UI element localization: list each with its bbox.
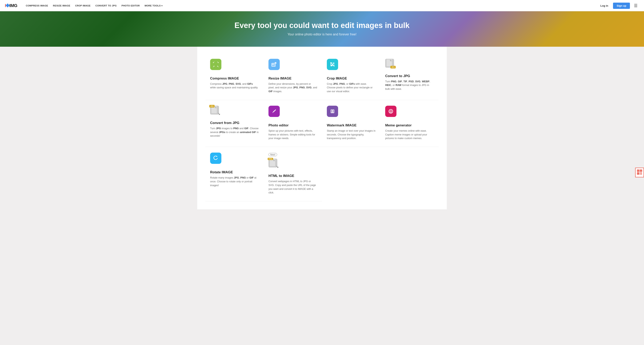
logo-diamond bbox=[6, 4, 10, 8]
watermark-title: Watermark IMAGE bbox=[327, 124, 376, 128]
nav-compress[interactable]: COMPRESS IMAGE bbox=[24, 3, 50, 8]
compress-arrows-grid: ↙ ↘ ↗ ↖ bbox=[212, 60, 220, 68]
watermark-desc: Stamp an image or text over your images … bbox=[327, 129, 376, 140]
tool-card-compress[interactable]: ↙ ↘ ↗ ↖ Compress IMAGE Compress JPG, PNG… bbox=[205, 53, 264, 100]
tool-card-resize[interactable]: Resize IMAGE Define your dimensions, by … bbox=[264, 53, 322, 100]
convert-arrow-icon: ↘ bbox=[218, 112, 220, 116]
svg-point-10 bbox=[332, 110, 333, 112]
crop-icon bbox=[327, 59, 338, 70]
resize-desc: Define your dimensions, by percent or pi… bbox=[268, 82, 317, 94]
html-to-image-title: HTML to IMAGE bbox=[268, 174, 317, 178]
svg-point-13 bbox=[390, 110, 391, 111]
signup-button[interactable]: Sign up bbox=[613, 2, 630, 9]
tool-card-watermark[interactable]: Watermark IMAGE Stamp an image or text o… bbox=[322, 100, 380, 147]
tools-grid: ↙ ↘ ↗ ↖ Compress IMAGE Compress JPG, PNG… bbox=[205, 53, 439, 202]
meme-title: Meme generator bbox=[385, 124, 434, 128]
hamburger-menu-button[interactable]: ☰ bbox=[632, 2, 639, 9]
arrow-br: ↖ bbox=[216, 65, 220, 68]
qr-float-button[interactable] bbox=[635, 168, 644, 177]
crop-icon-wrap bbox=[327, 59, 338, 73]
arrow-tr: ↘ bbox=[216, 60, 220, 64]
nav-crop[interactable]: CROP IMAGE bbox=[73, 3, 92, 8]
svg-point-8 bbox=[275, 110, 276, 110]
resize-icon bbox=[268, 59, 280, 70]
compress-title: Compress IMAGE bbox=[210, 76, 259, 80]
photo-editor-desc: Spice up your pictures with text, effect… bbox=[268, 129, 317, 140]
crop-desc: Crop JPG, PNG, or GIFs with ease. Choose… bbox=[327, 82, 376, 94]
convert-from-jpg-desc: Turn JPG images to PNG and GIF. Choose s… bbox=[210, 126, 259, 138]
nav-links: COMPRESS IMAGE RESIZE IMAGE CROP IMAGE C… bbox=[24, 3, 598, 8]
tool-card-convert-from-jpg[interactable]: JPG ↘ Convert from JPG Turn JPG images t… bbox=[205, 100, 264, 147]
hero-subtitle: Your online photo editor is here and for… bbox=[4, 32, 640, 36]
photo-editor-title: Photo editor bbox=[268, 124, 317, 128]
jpg-badge: JPG bbox=[390, 66, 396, 68]
resize-title: Resize IMAGE bbox=[268, 76, 317, 80]
hero-section: Every tool you could want to edit images… bbox=[0, 11, 644, 47]
tool-card-crop[interactable]: Crop IMAGE Crop JPG, PNG, or GIFs with e… bbox=[322, 53, 380, 100]
logo[interactable]: I IMG bbox=[5, 3, 17, 8]
tool-card-meme[interactable]: Meme generator Create your memes online … bbox=[380, 100, 439, 147]
tool-card-photo-editor[interactable]: Photo editor Spice up your pictures with… bbox=[264, 100, 322, 147]
svg-rect-19 bbox=[640, 170, 642, 171]
tool-card-html-to-image[interactable]: New! HTML ↘ HTML to IMAGE Convert webpag… bbox=[264, 147, 322, 201]
login-button[interactable]: Log in bbox=[598, 3, 610, 8]
rotate-title: Rotate IMAGE bbox=[210, 170, 259, 174]
watermark-svg bbox=[329, 108, 336, 114]
navbar: I IMG COMPRESS IMAGE RESIZE IMAGE CROP I… bbox=[0, 0, 644, 11]
rotate-desc: Rotate many images JPG, PNG or GIF at on… bbox=[210, 176, 259, 187]
svg-rect-15 bbox=[270, 159, 275, 166]
arrow-tl: ↙ bbox=[212, 60, 215, 64]
photo-editor-icon bbox=[268, 106, 280, 117]
tool-card-rotate[interactable]: Rotate IMAGE Rotate many images JPG, PNG… bbox=[205, 147, 264, 201]
crop-title: Crop IMAGE bbox=[327, 76, 376, 80]
convert-jpg-icon-wrap: JPG bbox=[385, 59, 394, 71]
hero-title: Every tool you could want to edit images… bbox=[4, 21, 640, 30]
meme-icon bbox=[385, 106, 396, 117]
html-to-image-desc: Convert webpages in HTML to JPG or SVG. … bbox=[268, 180, 317, 195]
meme-svg bbox=[388, 108, 394, 114]
rotate-icon bbox=[210, 152, 222, 164]
convert-jpg-title: Convert to JPG bbox=[385, 74, 434, 78]
svg-rect-23 bbox=[641, 172, 642, 173]
svg-point-14 bbox=[391, 110, 392, 111]
tool-card-convert-jpg[interactable]: JPG Convert to JPG Turn PNG, GIF, TIF, P… bbox=[380, 53, 439, 100]
new-badge: New! bbox=[268, 153, 277, 156]
qr-icon bbox=[637, 169, 642, 175]
rotate-svg bbox=[212, 155, 219, 162]
nav-convert-jpg[interactable]: CONVERT TO JPG bbox=[94, 3, 119, 8]
logo-img-text: IMG bbox=[9, 3, 17, 8]
watermark-icon bbox=[327, 106, 338, 117]
nav-right: Log in Sign up ☰ bbox=[598, 2, 639, 9]
convert-jpg-desc: Turn PNG, GIF, TIF, PSD, SVG, WEBP, HEIC… bbox=[385, 80, 434, 91]
tools-section: ↙ ↘ ↗ ↖ Compress IMAGE Compress JPG, PNG… bbox=[197, 47, 447, 210]
photo-editor-icon-wrap bbox=[268, 106, 280, 120]
nav-photo-editor[interactable]: PHOTO EDITOR bbox=[120, 3, 142, 8]
svg-rect-6 bbox=[386, 59, 392, 66]
nav-more-tools[interactable]: MORE TOOLS bbox=[142, 3, 164, 8]
arrow-bl: ↗ bbox=[212, 65, 215, 68]
resize-icon-wrap bbox=[268, 59, 280, 73]
nav-resize[interactable]: RESIZE IMAGE bbox=[51, 3, 72, 8]
meme-desc: Create your memes online with ease. Capt… bbox=[385, 129, 434, 140]
rotate-icon-wrap bbox=[210, 152, 222, 167]
resize-icon-svg bbox=[271, 61, 277, 68]
svg-rect-24 bbox=[640, 174, 641, 174]
convert-from-jpg-icon-wrap: JPG ↘ bbox=[210, 106, 219, 118]
photo-editor-svg bbox=[271, 108, 277, 114]
compress-desc: Compress JPG, PNG, SVG, and GIFs while s… bbox=[210, 82, 259, 90]
compress-icon-wrap: ↙ ↘ ↗ ↖ bbox=[210, 59, 222, 73]
watermark-icon-wrap bbox=[327, 106, 338, 120]
svg-point-3 bbox=[272, 64, 273, 64]
html-to-image-arrow-icon: ↘ bbox=[276, 165, 278, 169]
convert-from-jpg-title: Convert from JPG bbox=[210, 121, 259, 125]
svg-rect-11 bbox=[332, 112, 334, 112]
crop-icon-svg bbox=[329, 61, 336, 68]
svg-point-12 bbox=[389, 109, 393, 113]
svg-rect-22 bbox=[640, 172, 641, 173]
compress-icon: ↙ ↘ ↗ ↖ bbox=[210, 59, 222, 70]
svg-rect-17 bbox=[638, 170, 639, 171]
html-badge: HTML bbox=[268, 158, 273, 160]
meme-icon-wrap bbox=[385, 106, 396, 120]
svg-rect-25 bbox=[641, 174, 642, 174]
jpg-from-badge: JPG bbox=[209, 105, 214, 108]
